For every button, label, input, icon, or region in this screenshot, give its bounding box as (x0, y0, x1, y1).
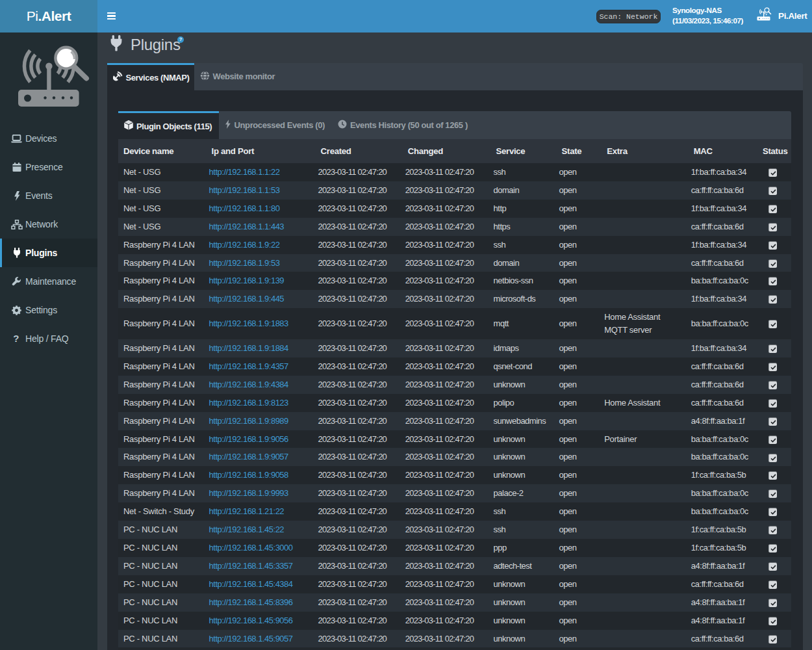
svg-text:?: ? (13, 333, 19, 344)
